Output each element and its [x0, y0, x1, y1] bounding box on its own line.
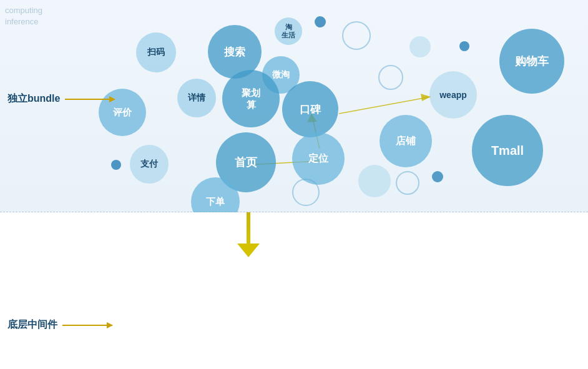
svg-line-2	[339, 97, 431, 114]
bubble-scan: 扫码	[136, 32, 176, 72]
bubble-circle5	[358, 165, 391, 197]
bubble-circle4	[292, 179, 320, 206]
bubble-dot1	[315, 16, 326, 27]
bubble-store: 店铺	[380, 115, 432, 167]
bubble-circle6	[396, 171, 419, 195]
down-arrow-head	[237, 244, 260, 257]
bundle-label: 独立bundle	[7, 92, 115, 106]
bubble-taoshenghuo: 淘生活	[275, 17, 302, 45]
bubble-circle1	[342, 21, 371, 50]
bubble-location: 定位	[292, 132, 345, 185]
bundle-arrow-icon	[65, 99, 115, 100]
down-arrow-line	[247, 212, 250, 244]
bottom-layer-arrow-icon	[62, 325, 112, 326]
bubble-shopping-cart: 购物车	[499, 29, 564, 94]
bundle-diagram-section: computing inference 扫码 搜索 淘生活 微淘 购物车	[0, 0, 588, 212]
bubble-dot2	[459, 41, 469, 51]
bubble-dot4	[432, 171, 443, 182]
bundle-label-text: 独立bundle	[7, 92, 60, 106]
bubble-circle2	[378, 65, 403, 90]
down-arrow	[237, 212, 260, 257]
bubble-tmall: Tmall	[472, 115, 543, 186]
bubble-payment: 支付	[130, 145, 169, 184]
bubble-dot3	[111, 160, 121, 170]
bottom-layer-label: 底层中间件	[7, 318, 112, 332]
bottom-layer-label-text: 底层中间件	[7, 318, 57, 332]
bubble-detail: 详情	[177, 79, 216, 117]
bubble-circle3	[409, 36, 431, 57]
bubble-group-buy: 聚划算	[222, 70, 280, 127]
bubble-weapp: weapp	[429, 71, 477, 119]
bubble-koubei: 口碑	[282, 81, 338, 137]
watermark: computing inference	[5, 5, 42, 27]
bottom-section: bundle向下依赖, 实现代码和功能复用 network image … ui…	[0, 212, 588, 369]
